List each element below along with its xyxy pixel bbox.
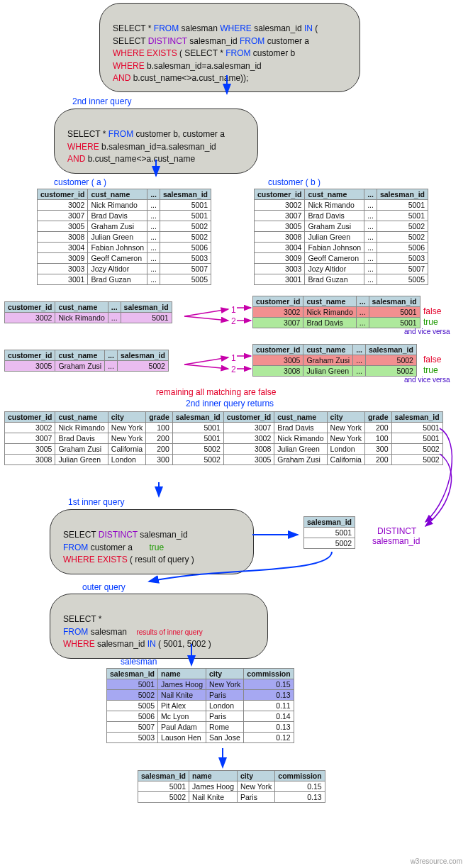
table-row: 3001Brad Guzan...5005 (255, 274, 428, 285)
customer-a-table: customer_idcust_name...salesman_id 3002N… (37, 189, 211, 285)
table-row: 5007Paul AdamRome0.13 (107, 722, 294, 733)
table-row: 3005Graham Zusi...5002 (253, 355, 417, 366)
vice-versa-note: and vice versa (404, 376, 450, 384)
table-row: 5002Nail KniteParis0.13 (138, 792, 325, 803)
flag-false: false (423, 306, 441, 316)
table-header: customer_idcust_name...salesman_id (5, 350, 169, 361)
vice-versa-note: and vice versa (404, 328, 450, 335)
table-row: 3008Julian Green...5002 (253, 366, 417, 377)
remaining-note: remaining all matching are false (156, 387, 276, 397)
distinct-table: salesman_id 5001 5002 (303, 516, 355, 549)
table-row: 3004Fabian Johnson...5006 (255, 243, 428, 253)
watermark: w3resource.com (411, 857, 462, 865)
flag-true: true (423, 317, 438, 327)
table-row: 3009Geoff Cameron...5003 (38, 253, 211, 264)
customer-a-caption: customer ( a ) (54, 177, 106, 187)
first-inner-query-block: SELECT DISTINCT salesman_id FROM custome… (50, 509, 254, 574)
table-row: 3007Brad DavisNew York20050013002Nick Ri… (5, 433, 443, 444)
table-row: 3002Nick Rimando...5001 (5, 313, 172, 323)
match-arrow-num: 2 (231, 316, 236, 326)
customer-b-table: customer_idcust_name...salesman_id 3002N… (254, 189, 428, 285)
table-row: 3007Brad Davis...5001 (253, 318, 420, 328)
table-row: 3008Julian GreenLondon30050023005Graham … (5, 455, 443, 465)
table-header: customer_idcust_name...salesman_id (38, 189, 211, 200)
table-header: customer_idcust_name...salesman_id (5, 302, 172, 313)
match1-a-table: customer_idcust_name...salesman_id 3002N… (4, 301, 172, 323)
table-row: 5001 (304, 528, 355, 538)
distinct-label: DISTINCT (377, 526, 416, 536)
arrow-icon (184, 357, 228, 365)
table-row: 5001James HoogNew York0.15 (107, 679, 294, 690)
salesman-table: salesman_idnamecitycommission 5001James … (106, 668, 294, 743)
table-row: 5003Lauson HenSan Jose0.12 (107, 733, 294, 743)
outer-query-label: outer query (82, 582, 126, 592)
table-row: 5001James HoogNew York0.15 (138, 781, 325, 792)
table-row: 3002Nick Rimando...5001 (253, 307, 420, 318)
match-arrow-num: 1 (231, 305, 236, 315)
arrow-icon (184, 316, 228, 321)
match1-b-table: customer_idcust_name...salesman_id 3002N… (252, 296, 420, 328)
customer-b-caption: customer ( b ) (268, 177, 321, 187)
match-arrow-num: 2 (231, 365, 236, 374)
table-header: customer_idcust_name...salesman_id (253, 296, 420, 307)
table-header: salesman_idnamecitycommission (107, 669, 294, 679)
table-header: customer_idcust_name...salesman_id (255, 189, 428, 200)
outer-query-block: SELECT * FROM salesman results of inner … (50, 594, 268, 659)
table-row: 3008Julian Green...5002 (38, 232, 211, 243)
match2-b-table: customer_idcust_name...salesman_id 3005G… (252, 344, 417, 377)
arrow-icon (184, 365, 228, 369)
second-inner-query-block: SELECT * FROM customer b, customer a WHE… (54, 108, 258, 174)
table-row: 3008Julian Green...5002 (255, 232, 428, 243)
first-inner-query-label: 1st inner query (68, 497, 124, 507)
result-table: salesman_idnamecitycommission 5001James … (138, 770, 325, 803)
table-row: 3004Fabian Johnson...5006 (38, 243, 211, 253)
table-row: 3002Nick Rimando...5001 (38, 200, 211, 211)
table-row: 3005Graham Zusi...5002 (38, 221, 211, 232)
match2-a-table: customer_idcust_name...salesman_id 3005G… (4, 350, 169, 372)
diagram-canvas: SELECT * FROM salesman WHERE salesman_id… (0, 0, 468, 868)
table-row: 3009Geoff Cameron...5003 (255, 253, 428, 264)
second-inner-query-label: 2nd inner query (72, 96, 131, 106)
table-header: customer_idcust_name...salesman_id (253, 345, 417, 355)
table-header: customer_idcust_namecitygradesalesman_id… (5, 412, 443, 423)
second-returns-label: 2nd inner query returns (186, 399, 274, 408)
table-header: salesman_idnamecitycommission (138, 771, 325, 781)
table-header: salesman_id (304, 517, 355, 528)
table-row: 3003Jozy Altidor...5007 (38, 264, 211, 274)
flag-false: false (423, 355, 441, 365)
table-row: 3007Brad Davis...5001 (38, 211, 211, 221)
salesman-caption: salesman (121, 657, 157, 667)
flag-true: true (423, 365, 438, 375)
table-row: 3002Nick Rimando...5001 (255, 200, 428, 211)
table-row: 5005Pit AlexLondon0.11 (107, 701, 294, 711)
main-query-block: SELECT * FROM salesman WHERE salesman_id… (99, 3, 360, 92)
table-row: 5006Mc LyonParis0.14 (107, 711, 294, 722)
table-row: 3001Brad Guzan...5005 (38, 274, 211, 285)
join-result-table: customer_idcust_namecitygradesalesman_id… (4, 411, 443, 465)
arrow-icon (184, 309, 228, 316)
table-row: 3007Brad Davis...5001 (255, 211, 428, 221)
table-row: 5002 (304, 538, 355, 549)
table-row: 3005Graham ZusiCalifornia20050023008Juli… (5, 444, 443, 455)
table-row: 5002Nail KniteParis0.13 (107, 690, 294, 701)
table-row: 3005Graham Zusi...5002 (5, 361, 169, 372)
table-row: 3002Nick RimandoNew York10050013007Brad … (5, 423, 443, 433)
match-arrow-num: 1 (231, 353, 236, 363)
table-row: 3003Jozy Altidor...5007 (255, 264, 428, 274)
table-row: 3005Graham Zusi...5002 (255, 221, 428, 232)
distinct-label: salesman_id (372, 536, 420, 546)
